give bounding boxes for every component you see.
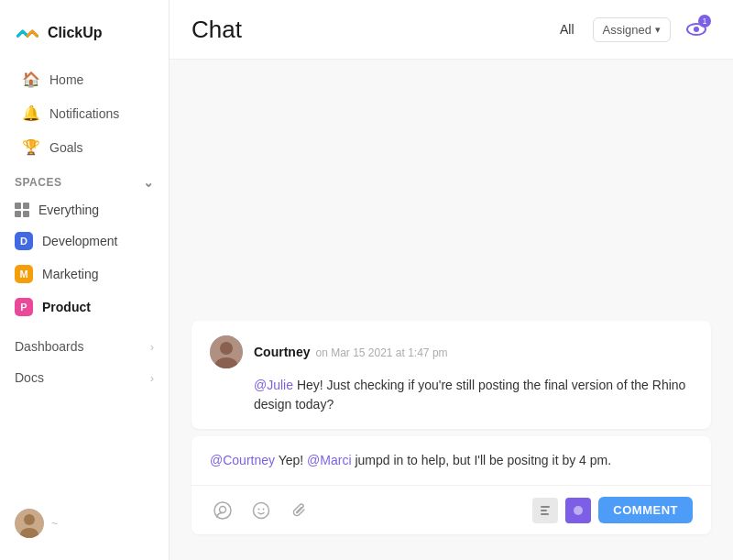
comment-button[interactable]: COMMENT [598,497,693,523]
dev-badge: D [15,232,33,250]
svg-rect-13 [541,506,550,508]
header-actions: All Assigned ▾ 1 [552,15,711,44]
attachment-button[interactable] [287,498,312,523]
home-icon: 🏠 [22,71,40,88]
reply-body: @Courtney Yep! @Marci jumpd in to help, … [210,451,693,470]
spaces-section-label: Spaces ⌄ [0,164,169,195]
nav-dashboards[interactable]: Dashboards › [0,332,169,361]
svg-point-9 [220,506,226,512]
filter-assigned-button[interactable]: Assigned ▾ [593,17,671,42]
docs-label: Docs [15,370,44,385]
filter-all-button[interactable]: All [552,18,582,40]
chevron-right-icon: › [150,371,154,385]
sidebar-item-everything[interactable]: Everything [0,196,169,224]
user-avatar-area[interactable]: ~ [0,498,169,549]
svg-point-16 [574,506,583,515]
svg-point-11 [258,508,260,510]
dashboards-label: Dashboards [15,339,84,354]
nav-docs[interactable]: Docs › [0,363,169,392]
svg-rect-14 [541,510,547,511]
chevron-down-icon: ▾ [655,24,661,36]
message-body: @Julie Hey! Just checking if you're stil… [210,376,693,414]
svg-rect-15 [541,513,549,515]
trophy-icon: 🏆 [22,138,40,156]
bell-icon: 🔔 [22,104,40,122]
nav-notifications[interactable]: 🔔 Notifications [7,97,161,129]
mention-button[interactable] [210,498,235,523]
svg-point-1 [24,514,35,525]
svg-point-6 [220,342,233,355]
logo-area: ClickUp [0,11,169,62]
nav-goals[interactable]: 🏆 Goals [7,131,161,163]
product-label: Product [42,300,91,314]
clickup-logo-icon [15,18,40,48]
app-name: ClickUp [48,25,103,41]
nav-home-label: Home [49,72,83,87]
development-label: Development [42,234,118,248]
format-button-2[interactable] [565,498,591,523]
compose-area: COMMENT [191,485,711,534]
page-title: Chat [191,16,242,44]
format-button-1[interactable] [532,498,558,523]
message-header: Courtney on Mar 15 2021 at 1:47 pm [210,335,693,368]
marketing-label: Marketing [42,267,98,281]
svg-point-10 [254,502,269,518]
message-author: Courtney [254,345,310,359]
mention-julie: @Julie [254,378,293,392]
sidebar-item-product[interactable]: P Product [0,291,169,323]
sidebar-item-development[interactable]: D Development [0,225,169,257]
main-content: Chat All Assigned ▾ 1 [170,0,733,560]
emoji-button[interactable] [248,498,274,523]
chevron-down-icon[interactable]: ⌄ [143,175,155,190]
message-timestamp: on Mar 15 2021 at 1:47 pm [315,346,447,359]
mention-marci: @Marci [307,453,351,467]
everything-label: Everything [38,203,99,217]
svg-point-12 [263,508,265,510]
sidebar-item-marketing[interactable]: M Marketing [0,258,169,290]
mention-courtney: @Courtney [210,453,275,467]
sidebar: ClickUp 🏠 Home 🔔 Notifications 🏆 Goals S… [0,0,170,560]
mkt-badge: M [15,265,33,283]
svg-point-4 [694,27,699,32]
prod-badge: P [15,298,33,316]
message-meta: Courtney on Mar 15 2021 at 1:47 pm [254,345,448,359]
chevron-down-icon: ~ [51,517,58,530]
nav-notifications-label: Notifications [49,106,119,121]
chevron-right-icon: › [150,340,154,354]
compose-right: COMMENT [532,497,693,523]
notification-badge: 1 [698,15,711,27]
chat-header: Chat All Assigned ▾ 1 [170,0,733,60]
nav-goals-label: Goals [49,140,83,155]
chat-area: Courtney on Mar 15 2021 at 1:47 pm @Juli… [170,60,733,560]
compose-tools [210,498,312,523]
user-avatar [15,509,44,538]
message-card: Courtney on Mar 15 2021 at 1:47 pm @Juli… [191,321,711,429]
grid-icon [15,203,29,217]
notification-bell[interactable]: 1 [682,15,711,44]
nav-home[interactable]: 🏠 Home [7,63,161,95]
courtney-avatar [210,335,243,368]
reply-card: @Courtney Yep! @Marci jumpd in to help, … [191,436,711,534]
